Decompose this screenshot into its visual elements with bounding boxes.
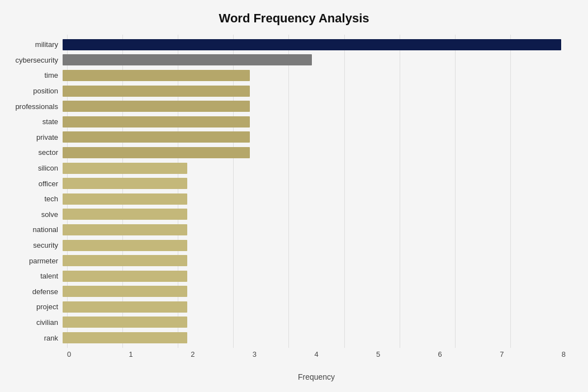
chart-area: militarycybersecuritytimepositionprofess… [67,35,566,365]
bar-row: security [67,238,566,253]
bar-row: silicon [67,161,566,176]
bar-parmeter [63,255,187,266]
x-axis: 012345678 Frequency [67,348,566,365]
x-tick: 8 [562,350,566,358]
bar-row: time [67,68,566,83]
bar-row: position [67,84,566,98]
x-tick: 5 [376,350,380,358]
bar-security [63,240,187,251]
bar-row: state [67,115,566,129]
bar-talent [63,271,187,282]
bar-row: defense [67,284,566,299]
bar-row: sector [67,145,566,160]
bar-civilian [63,317,187,328]
bar-row: project [67,300,566,314]
bar-row: national [67,223,566,237]
bar-project [63,301,187,313]
bar-row: tech [67,192,566,206]
bar-position [63,86,250,97]
bar-sector [63,147,250,158]
bar-label: security [1,241,63,249]
bar-row: military [67,37,566,52]
bar-label: position [1,87,63,95]
bar-label: project [1,303,63,311]
bar-defense [63,286,187,297]
bar-rank [63,332,187,343]
bar-row: officer [67,176,566,191]
bar-professionals [63,101,250,112]
bar-label: solve [1,210,63,219]
bar-row: civilian [67,315,566,329]
bar-row: talent [67,269,566,284]
x-tick: 4 [314,350,318,358]
bar-label: defense [1,287,63,296]
bar-label: private [1,133,63,141]
x-tick: 3 [253,350,257,358]
bar-label: sector [1,148,63,157]
bar-silicon [63,163,187,174]
bar-solve [63,209,187,220]
x-tick: 1 [129,350,133,358]
bar-label: tech [1,195,63,203]
bar-label: cybersecurity [1,56,63,64]
bars-container: militarycybersecuritytimepositionprofess… [67,35,566,348]
bar-label: parmeter [1,257,63,265]
x-tick: 0 [67,350,71,358]
x-tick: 2 [191,350,195,358]
bar-label: time [1,71,63,79]
bar-label: silicon [1,164,63,172]
bar-label: rank [1,334,63,342]
bar-label: civilian [1,318,63,327]
bar-officer [63,178,187,189]
bar-tech [63,193,187,205]
bar-private [63,131,250,143]
chart-title: Word Frequency Analysis [22,11,566,26]
bar-row: cybersecurity [67,53,566,67]
bar-label: state [1,117,63,126]
bar-state [63,116,250,127]
bar-row: rank [67,330,566,345]
bar-cybersecurity [63,54,312,65]
chart-container: Word Frequency Analysis militarycybersec… [0,0,588,392]
bar-national [63,224,187,235]
bar-time [63,70,250,81]
x-axis-label: Frequency [298,372,335,381]
bar-row: solve [67,207,566,221]
x-tick: 6 [438,350,442,358]
bar-label: professionals [1,102,63,111]
bar-label: national [1,225,63,234]
bar-label: officer [1,180,63,188]
bar-label: military [1,40,63,49]
bar-row: parmeter [67,253,566,268]
bar-military [63,39,561,50]
bar-row: professionals [67,99,566,114]
bar-row: private [67,130,566,144]
x-tick: 7 [500,350,504,358]
bar-label: talent [1,272,63,280]
